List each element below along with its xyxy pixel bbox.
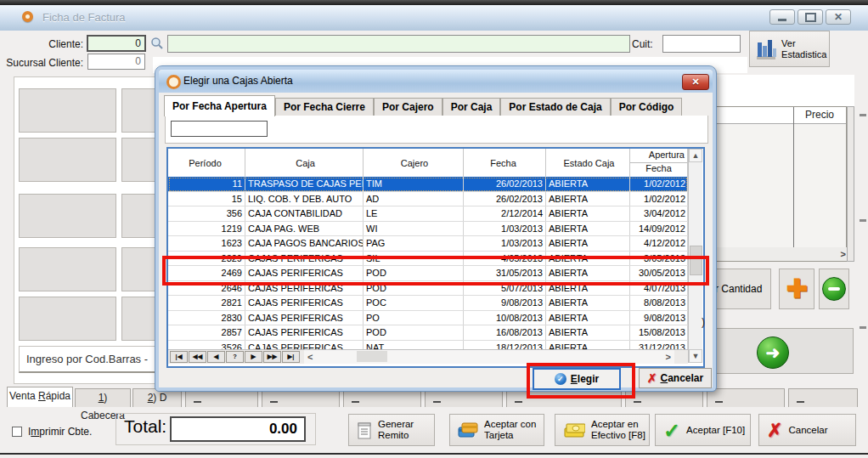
dialog-tab-por-cajero[interactable]: Por Cajero [374, 98, 442, 116]
table-cell: 1/02/2012 [630, 177, 688, 191]
add-item-button[interactable]: ✚ [779, 269, 814, 309]
column-header-cajero[interactable]: Cajero [364, 149, 464, 177]
clipped-label-mark [270, 401, 278, 403]
table-cell: 3526 [168, 341, 245, 350]
table-cell: 16/08/2013 [464, 325, 546, 340]
table-cell: LE [364, 206, 464, 221]
quick-item-button[interactable] [19, 88, 116, 133]
tab-clipped[interactable] [707, 388, 785, 407]
table-row[interactable]: 15LIQ. COB. Y DEB. AUTOAD26/02/2013ABIER… [168, 192, 688, 207]
tab-clipped[interactable] [788, 388, 858, 407]
table-row[interactable]: 1219CAJA PAG. WEBWI1/03/2013ABIERTA14/09… [168, 222, 688, 237]
quick-item-button[interactable] [19, 247, 116, 291]
tab-1-cabecera[interactable]: 1) Cabecera [75, 388, 131, 407]
table-cell: 1/03/2013 [464, 222, 546, 236]
cliente-label: Cliente: [17, 36, 83, 53]
table-cell: 15/08/2013 [630, 325, 688, 340]
aceptar-efectivo-button[interactable]: Aceptar en Efectivo [F8] [555, 414, 650, 446]
elegir-caja-dialog: Elegir una Cajas Abierta ✕ Por Fecha Ape… [155, 66, 716, 391]
splitter-tick [860, 326, 866, 329]
aceptar-button[interactable]: ✓ Aceptar [F10] [655, 414, 751, 446]
table-cell: NAT [364, 341, 464, 350]
dialog-tab-por-estado-de-caja[interactable]: Por Estado de Caja [500, 98, 610, 116]
table-row[interactable]: 1623CAJA PAGOS BANCARIOSPAG1/03/2013ABIE… [168, 236, 688, 252]
column-header-estado[interactable]: Estado Caja [546, 149, 630, 177]
column-header-periodo[interactable]: Período [168, 149, 245, 177]
table-row[interactable]: 2821CAJAS PERIFERICASPOC9/08/2013ABIERTA… [168, 296, 688, 311]
nav-button-3[interactable]: ? [226, 351, 244, 363]
remove-item-button[interactable] [819, 269, 849, 309]
cliente-input[interactable]: 0 [87, 35, 146, 52]
minimize-button[interactable] [769, 9, 795, 25]
cuit-input[interactable] [662, 35, 741, 53]
sucursal-cliente-input[interactable]: 0 [87, 54, 145, 70]
table-cell: LIQ. COB. Y DEB. AUTO [245, 192, 364, 206]
cliente-name-field[interactable] [167, 35, 630, 53]
maximize-icon [805, 13, 816, 22]
table-cell: TIM [364, 177, 464, 191]
table-row[interactable]: 356CAJA CONTABILIDADLE2/12/2014ABIERTA3/… [168, 206, 688, 222]
generar-remito-label: Generar Remito [378, 419, 425, 441]
tab-venta-r-pida[interactable]: Venta Rápida [7, 387, 73, 407]
table-cell: 26/02/2013 [464, 177, 546, 191]
dialog-logo-icon [166, 75, 181, 89]
items-vscrollbar[interactable] [847, 106, 854, 262]
table-row[interactable]: 2857CAJAS PERIFERICASPOD16/08/2013ABIERT… [168, 325, 688, 341]
table-row[interactable]: 2830CAJAS PERIFERICASPO10/08/2013ABIERTA… [168, 311, 688, 326]
ver-estadistica-button[interactable]: Ver Estadistica [749, 31, 830, 67]
hscroll-thumb[interactable] [357, 351, 387, 362]
column-header-fecha[interactable]: Fecha [464, 149, 546, 177]
table-row[interactable]: 3526CAJAS PERIFERICASNAT18/12/2013ABIERT… [168, 341, 688, 350]
scroll-up-icon[interactable]: ▲ [689, 149, 702, 162]
cancelar-button[interactable]: ✗ Cancelar [758, 414, 856, 446]
quick-item-button[interactable] [19, 297, 116, 341]
quick-item-button[interactable] [19, 194, 116, 238]
dialog-tab-por-caja[interactable]: Por Caja [442, 98, 501, 116]
table-row[interactable]: 11TRASPASO DE CAJAS PERTIM26/02/2013ABIE… [168, 177, 688, 192]
nav-button-1[interactable]: ◀◀ [189, 351, 206, 363]
tab-2-d[interactable]: 2) D [132, 388, 182, 407]
maximize-button[interactable] [798, 9, 823, 25]
imprimir-checkbox[interactable] [12, 427, 22, 437]
aceptar-label: Aceptar [F10] [686, 425, 745, 436]
tab-clipped[interactable] [425, 388, 503, 407]
dialog-tab-por-c-digo[interactable]: Por Código [611, 98, 683, 116]
dialog-cancel-x-icon: ✗ [647, 371, 657, 385]
tab-clipped[interactable] [343, 388, 421, 407]
dialog-close-button[interactable]: ✕ [682, 74, 709, 90]
app-logo-icon [22, 11, 33, 22]
dialog-tab-por-fecha-apertura[interactable]: Por Fecha Apertura [164, 95, 275, 116]
dialog-filter-input[interactable] [171, 121, 268, 137]
tab-clipped[interactable] [185, 388, 258, 407]
scroll-down-icon[interactable]: ▼ [689, 349, 702, 363]
close-button[interactable]: ✕ [826, 9, 851, 25]
scroll-right-icon[interactable]: > [666, 351, 671, 363]
quick-item-button[interactable] [19, 138, 116, 182]
column-header-apertura[interactable]: Apertura Fecha [630, 149, 688, 177]
table-hscrollbar[interactable]: < > [304, 350, 674, 364]
nav-button-2[interactable]: ◀ [207, 351, 225, 363]
nav-button-5[interactable]: ▶▶ [263, 351, 281, 363]
tab-clipped[interactable] [625, 388, 703, 407]
table-cell: 31/12/2013 [630, 341, 688, 350]
nav-button-4[interactable]: ▶ [245, 351, 262, 363]
table-cell: 18/12/2013 [464, 341, 546, 350]
search-icon[interactable] [150, 37, 164, 50]
dialog-tab-por-fecha-cierre[interactable]: Por Fecha Cierre [275, 98, 374, 116]
dialog-cancelar-button[interactable]: ✗ Cancelar [639, 368, 712, 388]
table-cell: PAG [364, 236, 464, 251]
table-bottom-strip: |◀◀◀◀?▶▶▶▶| < > [168, 349, 688, 364]
precio-column-header: Precio [793, 107, 846, 123]
tab-clipped[interactable] [262, 388, 340, 407]
table-cell: 9/08/2013 [630, 311, 688, 325]
total-value: 0.00 [170, 416, 306, 442]
dialog-tab-bar: Por Fecha AperturaPor Fecha CierrePor Ca… [164, 95, 682, 116]
generar-remito-button[interactable]: Generar Remito [348, 414, 435, 446]
scroll-left-icon[interactable]: < [307, 351, 313, 363]
column-header-caja[interactable]: Caja [245, 149, 364, 177]
nav-button-6[interactable]: ▶| [282, 351, 300, 363]
dialog-title: Elegir una Cajas Abierta [183, 70, 293, 92]
aceptar-tarjeta-button[interactable]: Aceptar con Tarjeta [449, 414, 544, 446]
arrow-right-icon: ➜ [757, 336, 789, 369]
nav-button-0[interactable]: |◀ [170, 351, 188, 363]
